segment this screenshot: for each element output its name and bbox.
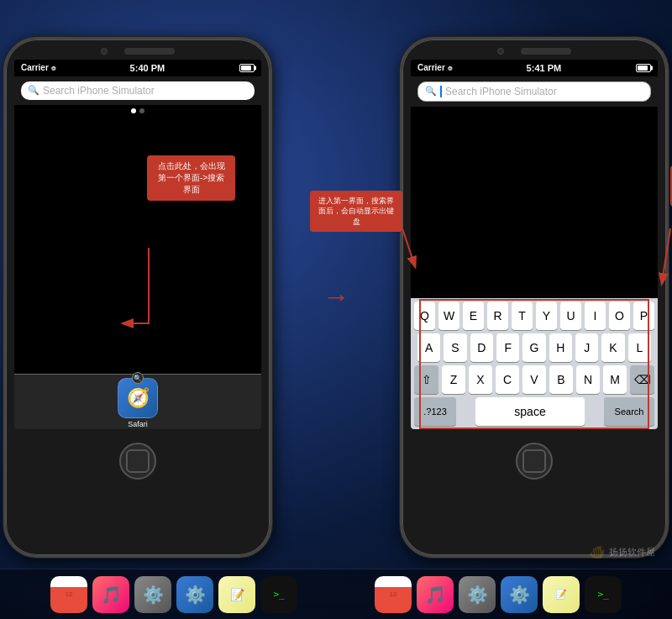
key-space[interactable]: space — [475, 397, 585, 426]
key-q[interactable]: Q — [414, 302, 435, 330]
iphone-top-right — [402, 39, 666, 60]
svg-line-1 — [662, 228, 670, 283]
iphone-top-left — [6, 39, 270, 60]
key-u[interactable]: U — [560, 302, 581, 330]
screen-right: Carrier ⌾ 5:41 PM 🔍 Search iPhone Simula… — [411, 60, 658, 429]
status-bar-right: Carrier ⌾ 5:41 PM — [411, 60, 658, 76]
key-i[interactable]: I — [585, 302, 606, 330]
dock-left: 🧭 🔍 Safari — [14, 374, 261, 429]
key-z[interactable]: Z — [442, 365, 465, 394]
key-a[interactable]: A — [417, 333, 440, 362]
dock-music-right[interactable]: 🎵 — [417, 576, 454, 613]
key-d[interactable]: D — [470, 333, 493, 362]
keyboard: Q W E R T Y U I O P A S D F G — [411, 298, 658, 429]
key-shift[interactable]: ⇧ — [414, 365, 438, 394]
key-g[interactable]: G — [522, 333, 545, 362]
keyboard-row-2: A S D F G H J K L — [411, 330, 658, 362]
time-left: 5:40 PM — [130, 63, 165, 73]
key-p[interactable]: P — [633, 302, 654, 330]
dock-calendar-right[interactable]: 12 — [375, 576, 412, 613]
search-bar-left[interactable]: 🔍 Search iPhone Simulator — [14, 76, 261, 105]
keyboard-row-3: ⇧ Z X C V B N M ⌫ — [411, 362, 658, 394]
keyboard-row-1: Q W E R T Y U I O P — [411, 298, 658, 330]
carrier-left: Carrier — [21, 63, 49, 72]
key-x[interactable]: X — [469, 365, 492, 394]
key-s[interactable]: S — [444, 333, 466, 362]
watermark: 🐠 扬扬软件屋 — [589, 544, 655, 560]
key-w[interactable]: W — [438, 302, 459, 330]
speaker-right — [521, 48, 571, 55]
key-f[interactable]: F — [496, 333, 519, 362]
battery-right — [636, 64, 651, 72]
home-button-right[interactable] — [516, 443, 553, 480]
dot-1 — [131, 108, 136, 113]
wifi-right: ⌾ — [448, 64, 452, 72]
search-input-right[interactable]: 🔍 Search iPhone Simulator — [417, 81, 651, 102]
speaker-left — [124, 48, 175, 55]
search-bar-right[interactable]: 🔍 Search iPhone Simulator — [411, 76, 658, 107]
safari-icon[interactable]: 🧭 🔍 — [118, 378, 158, 418]
key-y[interactable]: Y — [536, 302, 557, 330]
right-iphone: Carrier ⌾ 5:41 PM 🔍 Search iPhone Simula… — [400, 37, 669, 558]
search-icon-right: 🔍 — [425, 86, 437, 97]
dock-music-left[interactable]: 🎵 — [92, 576, 129, 613]
key-l[interactable]: L — [628, 333, 651, 362]
dock-settings-right[interactable]: ⚙️ — [459, 576, 496, 613]
content-area-right — [411, 107, 658, 186]
annotation-arrow-dismiss — [645, 224, 672, 291]
dock-finder-left[interactable]: ⚙️ — [176, 576, 213, 613]
dock-terminal-right[interactable]: >_ — [585, 576, 622, 613]
dock-calendar-left[interactable]: 12 — [50, 576, 87, 613]
annotation-arrow-keyboard — [394, 224, 436, 275]
dock-notes-left[interactable]: 📝 — [218, 576, 255, 613]
dock-terminal-left[interactable]: >_ — [260, 576, 297, 613]
key-m[interactable]: M — [603, 365, 627, 394]
key-search[interactable]: Search — [604, 397, 654, 426]
dock-settings-left[interactable]: ⚙️ — [134, 576, 171, 613]
annotation-arrow-left — [98, 239, 165, 340]
battery-left — [239, 64, 255, 72]
screen-left: Carrier ⌾ 5:40 PM 🔍 Search iPhone Simula… — [14, 60, 261, 429]
key-backspace[interactable]: ⌫ — [630, 365, 654, 394]
key-c[interactable]: C — [496, 365, 519, 394]
page-dots-left — [14, 105, 261, 117]
key-t[interactable]: T — [512, 302, 533, 330]
key-k[interactable]: K — [601, 333, 624, 362]
key-e[interactable]: E — [463, 302, 484, 330]
key-j[interactable]: J — [575, 333, 598, 362]
dock-finder-right[interactable]: ⚙️ — [501, 576, 538, 613]
camera-left — [101, 48, 108, 55]
key-h[interactable]: H — [549, 333, 572, 362]
home-button-left[interactable] — [119, 443, 156, 480]
search-input-left[interactable]: 🔍 Search iPhone Simulator — [21, 81, 255, 100]
iphone-bottom-right — [402, 429, 666, 493]
annotation-keyboard: 进入第一界面，搜索界面后，会自动显示出键盘 — [310, 191, 402, 233]
key-n[interactable]: N — [576, 365, 600, 394]
wifi-left: ⌾ — [51, 64, 55, 72]
key-b[interactable]: B — [549, 365, 573, 394]
time-right: 5:41 PM — [527, 63, 562, 73]
key-v[interactable]: V — [522, 365, 546, 394]
status-bar-left: Carrier ⌾ 5:40 PM — [14, 60, 261, 76]
search-cursor — [440, 86, 442, 97]
svg-line-0 — [402, 228, 415, 266]
key-o[interactable]: O — [609, 302, 630, 330]
home-area-left: 点击此处，会出现第一个界面->搜索界面 — [14, 105, 261, 374]
desktop: Carrier ⌾ 5:40 PM 🔍 Search iPhone Simula… — [0, 0, 672, 619]
between-arrow: → — [323, 281, 349, 312]
carrier-right: Carrier — [417, 63, 445, 72]
search-text-right: Search iPhone Simulator — [445, 86, 557, 97]
key-r[interactable]: R — [487, 302, 508, 330]
key-numbers[interactable]: .?123 — [414, 397, 456, 426]
left-iphone: Carrier ⌾ 5:40 PM 🔍 Search iPhone Simula… — [3, 37, 272, 558]
keyboard-bottom-row: .?123 space Search — [411, 394, 658, 429]
search-icon-left: 🔍 — [28, 85, 39, 96]
mac-dock: 12 🎵 ⚙️ ⚙️ 📝 >_ 12 🎵 ⚙️ ⚙️ 📝 >_ — [0, 569, 672, 619]
dock-notes-right[interactable]: 📝 — [543, 576, 580, 613]
annotation-tap: 点击此处，会出现第一个界面->搜索界面 — [147, 155, 235, 201]
safari-label: Safari — [128, 420, 148, 428]
iphone-bottom-left — [6, 429, 270, 493]
search-text-left: Search iPhone Simulator — [43, 85, 155, 97]
dot-2 — [139, 108, 144, 113]
camera-right — [497, 48, 504, 55]
